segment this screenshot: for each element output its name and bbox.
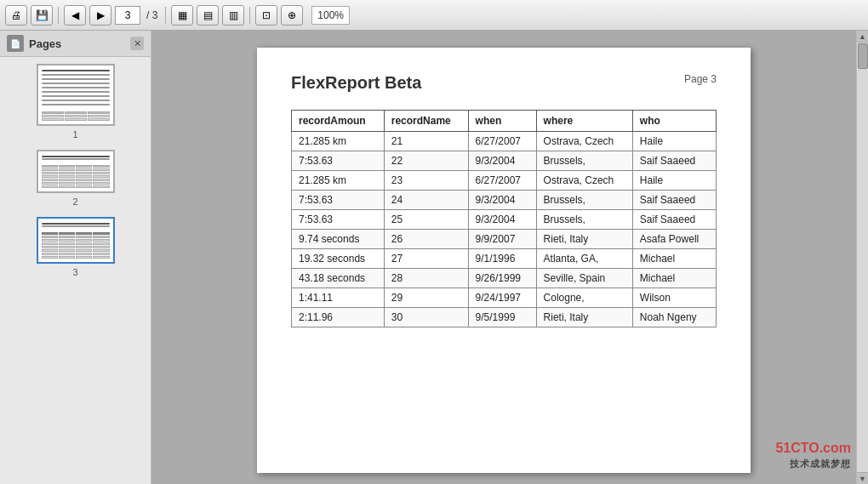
thumb-box-3 [37,217,115,264]
table-cell-5-2: 9/9/2007 [468,230,536,249]
thumb-box-1 [37,64,115,126]
table-row: 2:11.96309/5/1999Rieti, ItalyNoah Ngeny [292,308,717,327]
view-continuous-button[interactable]: ▤ [197,5,219,26]
report-title: FlexReport Beta [291,73,421,93]
table-cell-6-4: Michael [632,249,716,269]
table-cell-3-4: Saif Saaeed [632,191,716,210]
table-cell-1-4: Saif Saaeed [632,151,716,171]
table-header-row: recordAmoun recordName when where who [292,111,717,132]
table-cell-9-3: Rieti, Italy [536,308,632,327]
view-facing-button[interactable]: ▥ [222,5,244,26]
view-single-button[interactable]: ▦ [171,5,193,26]
table-cell-5-3: Rieti, Italy [536,230,632,249]
table-cell-2-3: Ostrava, Czech [536,171,632,191]
toolbar: 🖨 💾 ◀ ▶ / 3 ▦ ▤ ▥ ⊡ ⊕ 100% [0,0,868,31]
right-scrollbar: ▲ ▼ [856,31,868,484]
thumb-box-2 [37,150,115,193]
table-cell-5-1: 26 [384,230,468,249]
scroll-up-button[interactable]: ▲ [857,31,869,43]
toolbar-separator-2 [165,7,166,24]
table-row: 7:53.63229/3/2004Brussels,Saif Saaeed [292,151,717,171]
page-number-label: Page 3 [684,73,717,85]
table-cell-0-0: 21.285 km [292,132,385,151]
main-area: 📄 Pages ✕ [0,31,868,484]
sidebar-panel: 📄 Pages ✕ [0,31,151,484]
table-cell-9-4: Noah Ngeny [632,308,716,327]
table-cell-8-4: Wilson [632,288,716,308]
table-cell-4-0: 7:53.63 [292,210,385,230]
page-scroll[interactable]: FlexReport Beta Page 3 recordAmoun recor… [151,31,856,484]
print-button[interactable]: 🖨 [5,5,27,26]
table-cell-3-1: 24 [384,191,468,210]
table-cell-5-4: Asafa Powell [632,230,716,249]
save-button[interactable]: 💾 [31,5,53,26]
table-cell-2-0: 21.285 km [292,171,385,191]
page-thumb-3[interactable]: 3 [37,217,115,277]
table-row: 7:53.63249/3/2004Brussels,Saif Saaeed [292,191,717,210]
table-cell-7-0: 43.18 seconds [292,269,385,288]
table-cell-0-2: 6/27/2007 [468,132,536,151]
table-cell-6-3: Atlanta, GA, [536,249,632,269]
table-cell-8-2: 9/24/1997 [468,288,536,308]
total-pages-label: / 3 [144,9,160,21]
page-thumb-2[interactable]: 2 [37,150,115,207]
table-cell-8-1: 29 [384,288,468,308]
next-page-button[interactable]: ▶ [89,5,111,26]
toolbar-separator [58,7,59,24]
table-cell-0-1: 21 [384,132,468,151]
scroll-thumb[interactable] [858,43,868,69]
prev-page-button[interactable]: ◀ [64,5,86,26]
zoom-fit-button[interactable]: ⊡ [255,5,277,26]
pdf-page: FlexReport Beta Page 3 recordAmoun recor… [257,48,751,473]
table-cell-1-1: 22 [384,151,468,171]
table-cell-3-0: 7:53.63 [292,191,385,210]
table-cell-1-0: 7:53.63 [292,151,385,171]
table-cell-2-2: 6/27/2007 [468,171,536,191]
sidebar-pages-list: 1 [0,57,151,484]
col-header-who: who [632,111,716,132]
table-cell-9-1: 30 [384,308,468,327]
table-cell-9-0: 2:11.96 [292,308,385,327]
data-table: recordAmoun recordName when where who 21… [291,110,717,327]
page-header: FlexReport Beta Page 3 [291,73,717,93]
table-row: 21.285 km236/27/2007Ostrava, CzechHaile [292,171,717,191]
table-cell-8-3: Cologne, [536,288,632,308]
table-cell-7-2: 9/26/1999 [468,269,536,288]
pages-icon: 📄 [7,35,24,52]
table-cell-7-4: Michael [632,269,716,288]
table-cell-4-4: Saif Saaeed [632,210,716,230]
table-cell-4-1: 25 [384,210,468,230]
table-cell-7-3: Seville, Spain [536,269,632,288]
thumb-number-1: 1 [72,129,77,140]
table-row: 21.285 km216/27/2007Ostrava, CzechHaile [292,132,717,151]
zoom-level: 100% [311,6,350,25]
table-row: 43.18 seconds289/26/1999Seville, SpainMi… [292,269,717,288]
sidebar-close-button[interactable]: ✕ [130,37,144,50]
table-cell-9-2: 9/5/1999 [468,308,536,327]
table-cell-6-0: 19.32 seconds [292,249,385,269]
table-row: 9.74 seconds269/9/2007Rieti, ItalyAsafa … [292,230,717,249]
table-row: 1:41.11299/24/1997Cologne,Wilson [292,288,717,308]
page-number-input[interactable] [115,6,140,25]
sidebar-header: 📄 Pages ✕ [0,31,151,57]
table-cell-2-4: Haile [632,171,716,191]
table-row: 19.32 seconds279/1/1996Atlanta, GA,Micha… [292,249,717,269]
scroll-track [857,43,868,472]
sidebar-title: Pages [29,37,61,50]
content-area: FlexReport Beta Page 3 recordAmoun recor… [151,31,868,484]
table-cell-7-1: 28 [384,269,468,288]
page-thumb-1[interactable]: 1 [37,64,115,140]
table-cell-1-2: 9/3/2004 [468,151,536,171]
table-cell-4-2: 9/3/2004 [468,210,536,230]
scroll-down-button[interactable]: ▼ [857,472,869,484]
toolbar-separator-3 [249,7,250,24]
table-row: 7:53.63259/3/2004Brussels,Saif Saaeed [292,210,717,230]
table-cell-0-4: Haile [632,132,716,151]
table-cell-1-3: Brussels, [536,151,632,171]
col-header-where: where [536,111,632,132]
table-cell-0-3: Ostrava, Czech [536,132,632,151]
table-cell-4-3: Brussels, [536,210,632,230]
zoom-in-button[interactable]: ⊕ [281,5,303,26]
col-header-when: when [468,111,536,132]
thumb-number-3: 3 [72,267,77,277]
